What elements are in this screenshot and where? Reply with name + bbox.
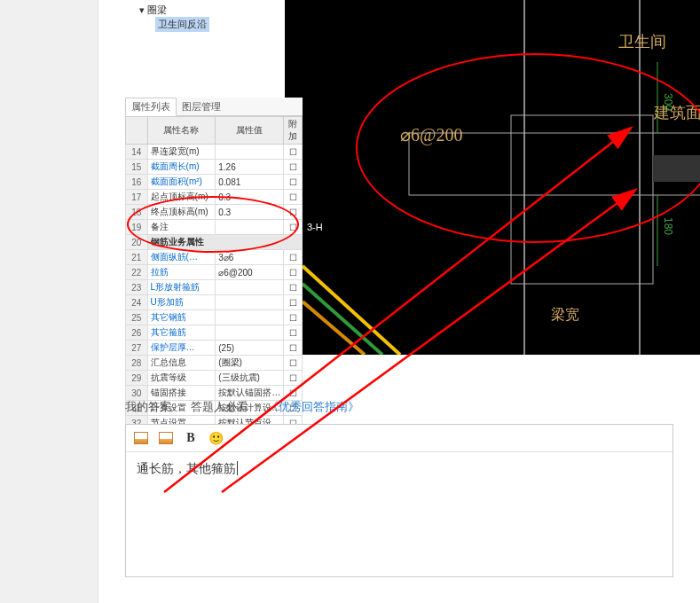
row-number: 20 [126, 235, 148, 250]
prop-value[interactable]: ⌀6@200 [216, 265, 284, 280]
table-row[interactable]: 14界连梁宽(m)☐ [126, 145, 303, 160]
prop-name: L形放射箍筋 [147, 280, 216, 295]
editor-textarea[interactable]: 通长筋，其他箍筋 [126, 452, 672, 576]
cad-axis-label: 3-H [307, 222, 323, 232]
table-row[interactable]: 30锚固搭接按默认锚固搭…☐ [126, 386, 303, 401]
prop-name: 截面面积(m²) [147, 175, 216, 190]
guide-link[interactable]: 《优秀回答指南》 [267, 400, 359, 413]
row-number: 21 [126, 250, 148, 265]
table-row[interactable]: 27保护层厚…(25)☐ [126, 341, 303, 356]
component-tree: ▾ 圈梁 卫生间反沿 [125, 0, 285, 98]
prop-append-checkbox[interactable]: ☐ [284, 341, 303, 356]
prop-value[interactable]: (25) [216, 341, 284, 356]
table-row[interactable]: 18终点顶标高(m)0.3☐ [126, 205, 303, 220]
row-number: 26 [126, 325, 148, 341]
prop-append-checkbox[interactable]: ☐ [284, 371, 303, 386]
prop-name: 其它钢筋 [147, 310, 216, 325]
svg-line-8 [303, 284, 382, 355]
cad-beamwidth-label: 梁宽 [551, 306, 579, 325]
prop-value[interactable]: 1.26 [216, 160, 284, 175]
prop-name: 拉筋 [147, 265, 216, 280]
row-number: 28 [126, 356, 148, 371]
table-row[interactable]: 21侧面纵筋(…3⌀6☐ [126, 250, 303, 265]
tab-my-answer[interactable]: 我的答案 [125, 400, 171, 413]
row-number: 23 [126, 280, 148, 295]
table-row[interactable]: 24U形加筋☐ [126, 295, 303, 310]
prop-value[interactable]: (圈梁) [216, 356, 284, 371]
emoji-button[interactable]: 🙂 [208, 430, 224, 446]
table-row[interactable]: 16截面面积(m²)0.081☐ [126, 175, 303, 190]
prop-value[interactable] [216, 295, 284, 310]
cad-room-label: 卫生间 [618, 31, 666, 52]
prop-append-checkbox[interactable]: ☐ [284, 280, 303, 295]
prop-value[interactable]: 3⌀6 [216, 250, 284, 265]
prop-append-checkbox[interactable]: ☐ [284, 356, 303, 371]
tab-must-read: 答题人必看 [191, 400, 248, 413]
table-row[interactable]: 17起点顶标高(m)0.3☐ [126, 190, 303, 205]
table-row[interactable]: 29抗震等级(三级抗震)☐ [126, 371, 303, 386]
row-number: 18 [126, 205, 148, 220]
prop-append-checkbox[interactable]: ☐ [284, 386, 303, 401]
row-number: 25 [126, 310, 148, 325]
table-row[interactable]: 20钢筋业务属性 [126, 235, 303, 250]
table-row[interactable]: 15截面周长(m)1.26☐ [126, 160, 303, 175]
prop-value[interactable] [216, 310, 284, 325]
prop-value[interactable] [216, 280, 284, 295]
prop-value[interactable] [216, 145, 284, 160]
row-number: 27 [126, 341, 148, 356]
prop-name: 备注 [147, 220, 216, 235]
prop-append-checkbox[interactable]: ☐ [284, 220, 303, 235]
prop-append-checkbox[interactable]: ☐ [284, 250, 303, 265]
prop-name: 抗震等级 [147, 371, 216, 386]
table-row[interactable]: 23L形放射箍筋☐ [126, 280, 303, 295]
prop-append-checkbox[interactable]: ☐ [284, 325, 303, 341]
insert-image-button-2[interactable] [158, 430, 174, 446]
row-number: 19 [126, 220, 148, 235]
col-value: 属性值 [216, 117, 284, 145]
tab-properties[interactable]: 属性列表 [125, 98, 177, 116]
prop-append-checkbox[interactable]: ☐ [284, 310, 303, 325]
prop-value[interactable]: 0.3 [216, 190, 284, 205]
editor-toolbar: B 🙂 [126, 425, 672, 452]
embedded-screenshot: ▾ 圈梁 卫生间反沿 属性列表 图层管理 属性名称 属 [125, 0, 700, 355]
prop-append-checkbox[interactable]: ☐ [284, 160, 303, 175]
table-row[interactable]: 28汇总信息(圈梁)☐ [126, 356, 303, 371]
cad-viewport: 卫生间 建筑面 ⌀6@200 300 180 梁宽 3-H [303, 0, 700, 355]
prop-value[interactable]: 0.3 [216, 205, 284, 220]
answer-editor: B 🙂 通长筋，其他箍筋 [125, 424, 673, 577]
prop-append-checkbox[interactable]: ☐ [284, 265, 303, 280]
prop-append-checkbox[interactable]: ☐ [284, 205, 303, 220]
table-row[interactable]: 25其它钢筋☐ [126, 310, 303, 325]
prop-name: 保护层厚… [147, 341, 216, 356]
table-row[interactable]: 26其它箍筋☐ [126, 325, 303, 341]
prop-value[interactable] [216, 325, 284, 341]
prop-append-checkbox[interactable]: ☐ [284, 175, 303, 190]
tree-node-parent[interactable]: ▾ 圈梁 [130, 4, 279, 17]
table-row[interactable]: 22拉筋⌀6@200☐ [126, 265, 303, 280]
prop-name: 汇总信息 [147, 356, 216, 371]
prop-name: 侧面纵筋(… [147, 250, 216, 265]
table-row[interactable]: 19备注☐ [126, 220, 303, 235]
prop-append-checkbox[interactable]: ☐ [284, 190, 303, 205]
answer-section: 我的答案 答题人必看 《优秀回答指南》 B 🙂 通长筋，其他箍筋 [125, 399, 673, 577]
prop-append-checkbox[interactable]: ☐ [284, 145, 303, 160]
bold-button[interactable]: B [183, 430, 199, 446]
prop-value[interactable]: 按默认锚固搭… [216, 386, 284, 401]
insert-image-button[interactable] [133, 430, 149, 446]
svg-rect-4 [653, 155, 700, 182]
prop-name: 锚固搭接 [147, 386, 216, 401]
tree-node-selected[interactable]: 卫生间反沿 [155, 17, 209, 32]
row-number: 15 [126, 160, 148, 175]
cad-dim-300: 300 [662, 93, 674, 111]
prop-value[interactable] [216, 220, 284, 235]
image-icon [134, 432, 148, 444]
prop-name: U形加筋 [147, 295, 216, 310]
tab-layers[interactable]: 图层管理 [177, 98, 226, 115]
col-append: 附加 [284, 117, 303, 145]
prop-append-checkbox[interactable]: ☐ [284, 295, 303, 310]
editor-text: 通长筋，其他箍筋 [137, 461, 238, 475]
row-number: 17 [126, 190, 148, 205]
prop-value[interactable]: 0.081 [216, 175, 284, 190]
prop-name: 其它箍筋 [147, 325, 216, 341]
prop-value[interactable]: (三级抗震) [216, 371, 284, 386]
